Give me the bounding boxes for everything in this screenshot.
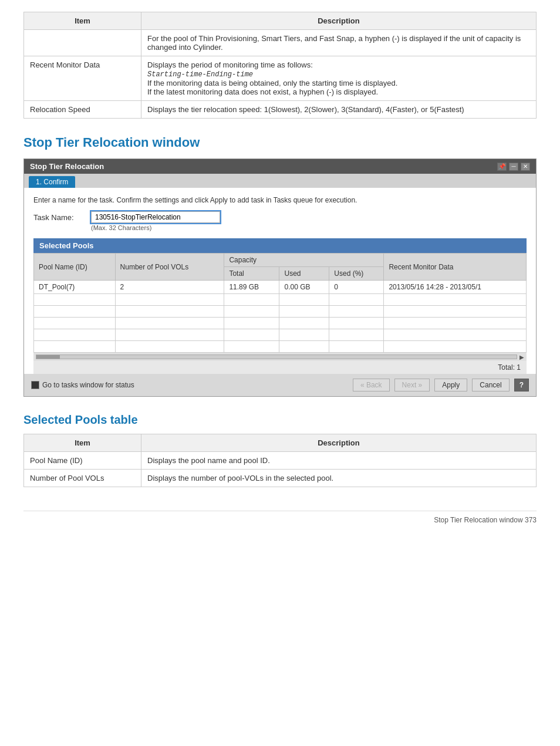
pool-name-id-4 — [34, 329, 116, 341]
window-titlebar: Stop Tier Relocation 📌 ─ ✕ — [24, 159, 536, 174]
scroll-right-icon[interactable]: ▶ — [519, 354, 524, 360]
description-cell: For the pool of Thin Provisioning, Smart… — [141, 30, 537, 56]
window-title: Stop Tier Relocation — [30, 162, 104, 171]
bottom-description-table: Item Description Pool Name (ID) Displays… — [23, 434, 537, 487]
bottom-col-item-header: Item — [24, 434, 141, 452]
pool-row-0: DT_Pool(7) 2 11.89 GB 0.00 GB 0 2013/05/… — [34, 281, 527, 294]
pool-row-5 — [34, 341, 527, 353]
item-cell: Pool Name (ID) — [24, 452, 141, 470]
window-controls: 📌 ─ ✕ — [497, 163, 530, 171]
task-name-label: Task Name: — [33, 211, 86, 222]
back-button[interactable]: « Back — [353, 379, 390, 391]
cancel-button[interactable]: Cancel — [472, 379, 509, 391]
goto-tasks-checkbox-label[interactable]: Go to tasks window for status — [31, 381, 134, 389]
next-button[interactable]: Next » — [394, 379, 430, 391]
pool-name-id-2 — [34, 306, 116, 318]
pool-row-3 — [34, 318, 527, 329]
top-description-table: Item Description For the pool of Thin Pr… — [23, 12, 537, 119]
minimize-icon[interactable]: ─ — [509, 163, 518, 171]
pool-row-1 — [34, 294, 527, 306]
th-capacity-total: Total — [224, 267, 279, 281]
table-row: Relocation Speed Displays the tier reloc… — [24, 101, 537, 119]
col-item-header: Item — [24, 12, 141, 30]
pool-row-2 — [34, 306, 527, 318]
section-title: Stop Tier Relocation window — [23, 135, 537, 150]
task-name-input-wrapper: (Max. 32 Characters) — [91, 211, 220, 231]
description-cell: Displays the pool name and pool ID. — [141, 452, 537, 470]
pool-name-id-0: DT_Pool(7) — [34, 281, 116, 294]
subsection-title: Selected Pools table — [23, 413, 537, 427]
pin-icon[interactable]: 📌 — [497, 163, 507, 171]
stop-tier-relocation-window: Stop Tier Relocation 📌 ─ ✕ 1. Confirm En… — [23, 158, 537, 397]
table-row: Recent Monitor Data Displays the period … — [24, 56, 537, 101]
task-name-input[interactable] — [91, 211, 220, 223]
desc-line-4: If the latest monitoring data does not e… — [147, 87, 378, 96]
table-row: Pool Name (ID) Displays the pool name an… — [24, 452, 537, 470]
tab-confirm[interactable]: 1. Confirm — [29, 176, 75, 188]
apply-button[interactable]: Apply — [434, 379, 467, 391]
col-description-header: Description — [141, 12, 537, 30]
scrollbar-track[interactable] — [36, 355, 517, 359]
item-cell: Number of Pool VOLs — [24, 470, 141, 487]
total-row: Total: 1 — [33, 361, 527, 374]
window-body: Enter a name for the task. Confirm the s… — [24, 188, 536, 374]
th-pool-name-id: Pool Name (ID) — [34, 254, 116, 281]
window-footer: Go to tasks window for status « Back Nex… — [24, 374, 536, 396]
tab-bar: 1. Confirm — [24, 174, 536, 188]
bottom-col-desc-header: Description — [141, 434, 537, 452]
th-recent-monitor-data: Recent Monitor Data — [384, 254, 527, 281]
pool-vols-0: 2 — [115, 281, 224, 294]
cap-total-0: 11.89 GB — [224, 281, 279, 294]
item-cell: Relocation Speed — [24, 101, 141, 119]
selected-pools-header: Selected Pools — [33, 238, 527, 253]
desc-line-3: If the monitoring data is being obtained… — [147, 79, 397, 87]
goto-tasks-label: Go to tasks window for status — [42, 381, 134, 389]
horizontal-scrollbar[interactable]: ▶ — [33, 353, 527, 361]
close-icon[interactable]: ✕ — [521, 163, 530, 171]
table-row: For the pool of Thin Provisioning, Smart… — [24, 30, 537, 56]
page-footer: Stop Tier Relocation window 373 — [23, 511, 537, 524]
th-capacity-group: Capacity — [224, 254, 384, 267]
th-capacity-used: Used — [279, 267, 329, 281]
task-name-hint: (Max. 32 Characters) — [91, 224, 220, 231]
pool-name-id-1 — [34, 294, 116, 306]
description-cell: Displays the period of monitoring time a… — [141, 56, 537, 101]
instruction-text: Enter a name for the task. Confirm the s… — [33, 196, 527, 204]
description-cell: Displays the tier relocation speed: 1(Sl… — [141, 101, 537, 119]
pool-name-id-5 — [34, 341, 116, 353]
cap-used-0: 0.00 GB — [279, 281, 329, 294]
pool-name-id-3 — [34, 318, 116, 329]
table-row: Number of Pool VOLs Displays the number … — [24, 470, 537, 487]
monitor-0: 2013/05/16 14:28 - 2013/05/1 — [384, 281, 527, 294]
help-button[interactable]: ? — [514, 379, 529, 391]
task-name-row: Task Name: (Max. 32 Characters) — [33, 211, 527, 231]
scrollbar-thumb — [36, 355, 60, 359]
th-number-pool-vols: Number of Pool VOLs — [115, 254, 224, 281]
pool-row-4 — [34, 329, 527, 341]
description-cell: Displays the number of pool-VOLs in the … — [141, 470, 537, 487]
page-footer-text: Stop Tier Relocation window 373 — [434, 516, 537, 524]
desc-line-1: Displays the period of monitoring time a… — [147, 60, 313, 69]
th-capacity-used-pct: Used (%) — [329, 267, 384, 281]
desc-line-2-italic: Starting-time-Ending-time — [147, 70, 253, 79]
cap-pct-0: 0 — [329, 281, 384, 294]
item-cell — [24, 30, 141, 56]
goto-tasks-checkbox[interactable] — [31, 381, 39, 389]
item-cell: Recent Monitor Data — [24, 56, 141, 101]
total-value: 1 — [517, 363, 521, 372]
pools-table: Pool Name (ID) Number of Pool VOLs Capac… — [33, 253, 527, 353]
total-label: Total: — [498, 363, 515, 372]
